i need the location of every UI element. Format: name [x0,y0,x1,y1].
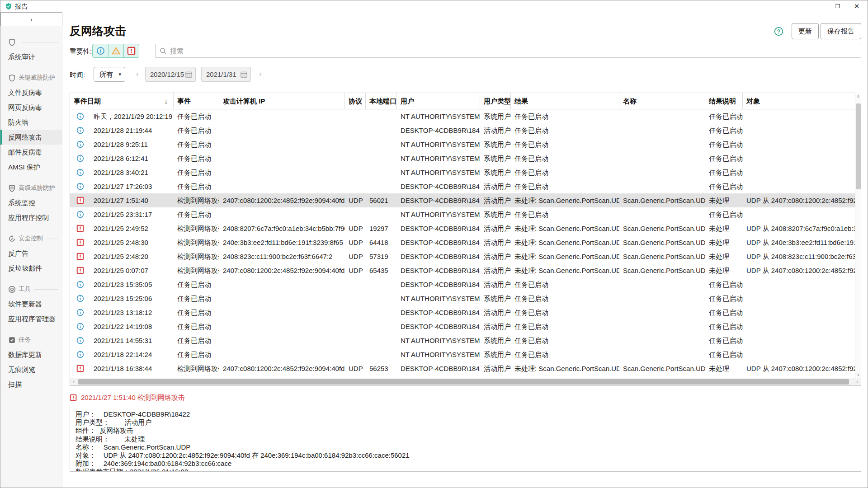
sidebar-item-21[interactable]: 扫描 [0,377,62,392]
cell-name [619,137,705,151]
table-row-15[interactable]: 2021/1/23 13:18:12任务已启动DESKTOP-4CDBB9R\1… [70,305,861,319]
detail-line-6: 附加： 240e:369:194c:ba00:6184:92b3:cc66:ca… [75,460,855,468]
minimize-button[interactable]: – [810,0,828,12]
table-row-13[interactable]: 2021/1/23 15:35:05任务已启动DESKTOP-4CDBB9R\1… [70,277,861,291]
security-control-icon [8,235,16,243]
sidebar-item-20[interactable]: 无痕浏览 [0,362,62,377]
sidebar-item-7[interactable]: 邮件反病毒 [0,145,62,160]
sidebar-item-6[interactable]: 反网络攻击 [0,130,62,145]
cell-event: 检测到网络攻击 [174,263,219,277]
info-icon [70,291,90,305]
scroll-up-icon[interactable]: ∧ [855,93,861,100]
search-input[interactable] [170,44,858,57]
sidebar-item-4[interactable]: 网页反病毒 [0,100,62,115]
close-button[interactable]: ✕ [848,0,866,12]
cell-port [366,207,397,221]
cell-result_desc: 任务已启动 [705,123,743,137]
cell-ip: 2407:c080:1200:2c:4852:f92e:9094:40fd [219,361,345,375]
next-period-button[interactable]: › [259,70,262,79]
column-header-8[interactable]: 名称 [619,93,705,109]
column-header-4[interactable]: 本地端口 [366,93,397,109]
importance-info-toggle[interactable] [93,44,108,57]
column-header-5[interactable]: 用户 [397,93,480,109]
table-row-11[interactable]: 2021/1/25 2:48:20检测到网络攻击2408:823c:c11:90… [70,249,861,263]
back-button[interactable]: ‹ [0,12,62,26]
date-from-picker[interactable]: 2020/12/15 [145,67,196,82]
column-header-3[interactable]: 协议 [345,93,366,109]
table-row-5[interactable]: 2021/1/28 3:40:21任务已启动NT AUTHORITY\SYSTE… [70,165,861,179]
scroll-right-icon[interactable]: › [854,378,861,385]
horizontal-scroll-thumb[interactable] [78,379,849,385]
maximize-button[interactable]: ❐ [829,0,847,12]
critical-icon [70,263,90,277]
scroll-left-icon[interactable]: ‹ [70,378,77,385]
sidebar-item-5[interactable]: 防火墙 [0,115,62,130]
sidebar-item-19[interactable]: 数据库更新 [0,347,62,362]
time-label: 时间: [70,71,85,80]
report-window: 报告 – ❐ ✕ ‹ 系统审计关键威胁防护文件反病毒网页反病毒防火墙反网络攻击邮… [0,0,868,488]
importance-warning-toggle[interactable] [108,44,123,57]
info-icon [70,109,90,123]
date-to-picker[interactable]: 2021/1/31 [201,67,251,82]
cell-user: NT AUTHORITY\SYSTEM [397,333,480,347]
vertical-scroll-thumb[interactable] [856,103,861,189]
cell-date: 2021/1/25 23:31:17 [90,207,174,221]
cell-result_desc: 未处理 [705,193,743,207]
table-row-6[interactable]: 2021/1/27 17:26:03任务已启动DESKTOP-4CDBB9R\1… [70,179,861,193]
sidebar-item-13[interactable]: 反广告 [0,246,62,261]
time-range-dropdown[interactable]: 所有 ▾ [94,67,125,82]
sidebar-item-14[interactable]: 反垃圾邮件 [0,261,62,276]
table-row-19[interactable]: 2021/1/18 16:38:44检测到网络攻击2407:c080:1200:… [70,361,861,375]
column-header-2[interactable]: 攻击计算机 IP [219,93,345,109]
table-row-4[interactable]: 2021/1/28 6:12:41任务已启动NT AUTHORITY\SYSTE… [70,151,861,165]
table-row-12[interactable]: 2021/1/25 0:07:07检测到网络攻击2407:c080:1200:2… [70,263,861,277]
scroll-down-icon[interactable]: ∨ [855,371,861,378]
cell-event: 任务已启动 [174,109,219,123]
cell-event: 任务已启动 [174,151,219,165]
table-row-16[interactable]: 2021/1/22 14:19:08任务已启动DESKTOP-4CDBB9R\1… [70,319,861,333]
sidebar-item-11[interactable]: 应用程序控制 [0,210,62,225]
table-row-10[interactable]: 2021/1/25 2:48:30检测到网络攻击240e:3b3:ee2:fd1… [70,235,861,249]
cell-name: Scan.Generic.PortScan.UDP [619,235,705,249]
importance-critical-toggle[interactable] [123,44,139,57]
sort-descending-icon[interactable]: ↓ [165,93,168,109]
cell-name [619,207,705,221]
info-icon [70,207,90,221]
update-button[interactable]: 更新 [792,23,819,39]
column-header-9[interactable]: 结果说明 [705,93,743,109]
table-row-3[interactable]: 2021/1/28 9:25:11任务已启动NT AUTHORITY\SYSTE… [70,137,861,151]
sidebar-item-3[interactable]: 文件反病毒 [0,85,62,100]
cell-object: UDP 从 240e:3b3:ee2:fd11:bd6e:191f:3239:8… [743,235,861,249]
cell-name: Scan.Generic.PortScan.UDP [619,263,705,277]
cell-name: Scan.Generic.PortScan.UDP [619,221,705,235]
cell-date: 2021/1/23 15:25:06 [90,291,174,305]
table-row-7[interactable]: 2021/1/27 1:51:40检测到网络攻击2407:c080:1200:2… [70,193,861,207]
table-row-1[interactable]: 昨天，2021/1/29 20:12:19任务已启动NT AUTHORITY\S… [70,109,861,123]
help-icon[interactable]: ? [774,27,783,36]
column-header-1[interactable]: 事件 [174,93,219,109]
column-header-0[interactable]: 事件日期↓ [70,93,174,109]
sidebar-group-15: 工具 [0,276,62,296]
sidebar-item-10[interactable]: 系统监控 [0,195,62,210]
table-row-17[interactable]: 2021/1/21 14:55:31任务已启动NT AUTHORITY\SYST… [70,333,861,347]
sidebar-item-16[interactable]: 软件更新器 [0,296,62,311]
column-header-10[interactable]: 对象 [743,93,861,109]
sidebar-item-1[interactable]: 系统审计 [0,49,62,64]
cell-user: DESKTOP-4CDBB9R\18422 [397,235,480,249]
table-row-14[interactable]: 2021/1/23 15:25:06任务已启动NT AUTHORITY\SYST… [70,291,861,305]
sidebar-item-17[interactable]: 应用程序管理器 [0,311,62,326]
table-row-18[interactable]: 2021/1/18 22:14:24任务已启动NT AUTHORITY\SYST… [70,347,861,361]
cell-user_type: 系统用户 [480,207,511,221]
table-row-8[interactable]: 2021/1/25 23:31:17任务已启动NT AUTHORITY\SYST… [70,207,861,221]
cell-protocol [345,179,366,193]
cell-result: 任务已启动 [511,319,619,333]
vertical-scrollbar[interactable]: ∧ ∨ [855,93,861,378]
table-row-9[interactable]: 2021/1/25 2:49:52检测到网络攻击2408:8207:6c7a:f… [70,221,861,235]
save-report-button[interactable]: 保存报告 [821,23,861,39]
horizontal-scrollbar[interactable]: ‹ › [70,378,861,385]
sidebar-item-8[interactable]: AMSI 保护 [0,160,62,174]
column-header-6[interactable]: 用户类型 [480,93,511,109]
table-row-2[interactable]: 2021/1/28 21:19:44任务已启动DESKTOP-4CDBB9R\1… [70,123,861,137]
prev-period-button[interactable]: ‹ [136,70,139,79]
column-header-7[interactable]: 结果 [511,93,619,109]
